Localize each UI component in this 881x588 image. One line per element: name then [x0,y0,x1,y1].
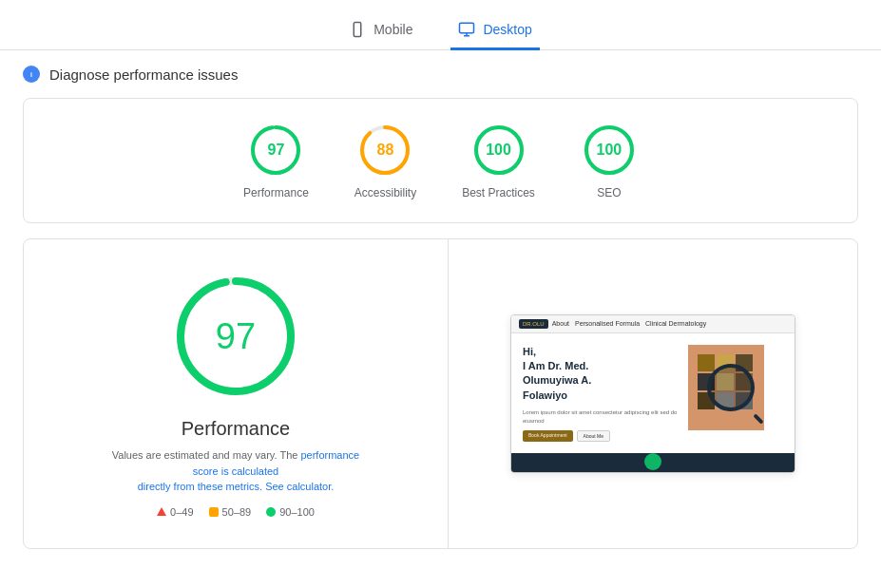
score-legend: 0–49 50–89 90–100 [157,506,315,518]
nav-formula: Personalised Formula [575,320,640,327]
score-performance[interactable]: 97 Performance [243,122,309,199]
performance-detail-panel: 97 Performance Values are estimated and … [24,239,449,548]
hero-text: Hi, I Am Dr. Med. Olumuyiwa A. Folawiyo … [523,345,680,442]
accessibility-score-value: 88 [377,142,394,159]
fail-icon [157,507,166,516]
pass-icon [266,507,276,517]
website-preview-panel: DR.OLU About Personalised Formula Clinic… [449,239,857,548]
legend-pass: 90–100 [266,506,315,518]
scores-card: 97 Performance 88 Accessibility 100 Best… [23,98,858,223]
best-practices-circle: 100 [470,122,527,179]
about-btn: About Me [577,430,610,442]
svg-rect-0 [354,23,361,37]
hero-subtext: Lorem ipsum dolor sit amet consectetur a… [523,408,680,425]
heading-line1: Hi, [523,346,536,357]
big-performance-circle: 97 [169,270,302,403]
heading-line4: Folawiyo [523,389,567,401]
seo-score-label: SEO [597,186,621,199]
svg-rect-2 [460,23,474,33]
score-best-practices[interactable]: 100 Best Practices [462,122,535,199]
main-content: 97 Performance Values are estimated and … [23,238,858,549]
seo-score-value: 100 [597,142,622,159]
mobile-icon [349,21,366,38]
link-text-2: directly from these metrics. [138,481,262,492]
accessibility-score-label: Accessibility [354,186,416,199]
seo-circle: 100 [581,122,638,179]
estimate-prefix: Values are estimated and may vary. The [112,449,298,461]
teal-circle-footer [644,453,661,470]
diagnose-section: i Diagnose performance issues [0,50,881,98]
hero-heading: Hi, I Am Dr. Med. Olumuyiwa A. Folawiyo [523,345,680,404]
hero-buttons: Book Appointment About Me [523,430,680,442]
calc-link-text: See calculator. [265,481,334,492]
nav-about: About [552,320,569,327]
desktop-icon [458,21,475,38]
fail-range: 0–49 [170,506,193,518]
browser-nav: About Personalised Formula Clinical Derm… [552,320,707,327]
average-icon [209,507,219,517]
browser-preview: DR.OLU About Personalised Formula Clinic… [510,314,795,473]
diagnose-icon: i [23,66,40,83]
best-practices-score-value: 100 [486,142,511,159]
average-range: 50–89 [222,506,252,518]
score-accessibility[interactable]: 88 Accessibility [354,122,416,199]
browser-toolbar: DR.OLU About Personalised Formula Clinic… [511,315,795,333]
browser-footer [511,453,795,472]
magnifier-overlay [707,364,755,411]
score-seo[interactable]: 100 SEO [581,122,638,199]
browser-hero: Hi, I Am Dr. Med. Olumuyiwa A. Folawiyo … [511,333,795,453]
nav-dermatology: Clinical Dermatology [645,320,706,327]
desktop-tab[interactable]: Desktop [450,11,539,50]
info-icon: i [27,69,36,79]
best-practices-score-label: Best Practices [462,186,535,199]
performance-circle: 97 [247,122,304,179]
desktop-tab-label: Desktop [483,22,531,37]
diagnose-title: Diagnose performance issues [49,66,238,83]
performance-detail-title: Performance [182,418,291,440]
legend-fail: 0–49 [157,506,193,518]
mobile-tab-label: Mobile [373,22,412,37]
heading-line3: Olumuyiwa A. [523,374,591,386]
device-tabs: Mobile Desktop [0,0,881,50]
hero-image [688,345,783,442]
calculator-link[interactable]: See calculator. [265,481,334,492]
mobile-tab[interactable]: Mobile [341,11,420,50]
image-background [688,345,764,430]
site-logo: DR.OLU [519,319,548,329]
performance-score-value: 97 [268,142,285,159]
legend-average: 50–89 [209,506,252,518]
svg-text:i: i [30,71,32,78]
accessibility-circle: 88 [356,122,413,179]
estimate-text: Values are estimated and may vary. The p… [103,447,369,495]
heading-line2: I Am Dr. Med. [523,360,588,371]
pass-range: 90–100 [279,506,315,518]
book-btn: Book Appointment [523,430,573,442]
big-performance-score: 97 [216,316,256,357]
performance-score-label: Performance [243,186,309,199]
